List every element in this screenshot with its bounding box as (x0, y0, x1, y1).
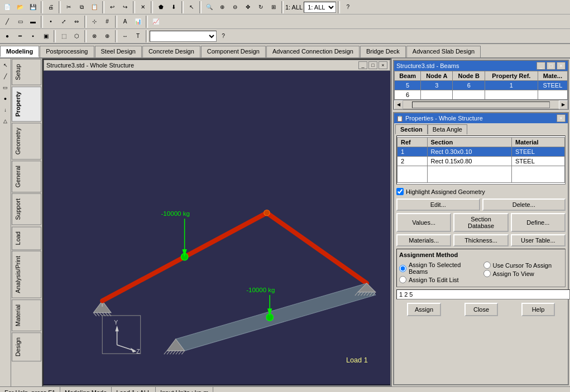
radio-edit[interactable] (399, 276, 406, 283)
results-btn[interactable]: 📈 (150, 16, 162, 28)
solid-select-btn[interactable]: ▣ (40, 30, 52, 42)
vtab-material[interactable]: Material (12, 299, 41, 331)
vtab-general[interactable]: General (12, 161, 41, 192)
load-btn[interactable]: ⬇ (167, 1, 180, 13)
pan-btn[interactable]: ✥ (242, 1, 254, 13)
properties-close[interactable]: × (557, 114, 566, 122)
add-beam-btn[interactable]: ╱ (1, 16, 13, 28)
maximize-btn[interactable]: □ (368, 61, 377, 69)
section-database-btn[interactable]: Section Database (453, 213, 508, 232)
fit-btn[interactable]: ⊞ (267, 1, 280, 13)
help-action-btn[interactable]: Help (521, 303, 555, 316)
vtab-geometry[interactable]: Geometry (12, 123, 41, 159)
delete-btn[interactable]: Delete... (482, 199, 566, 211)
vtab-support[interactable]: Support (12, 193, 41, 225)
vtab-analysis[interactable]: Analysis/Print (12, 251, 41, 298)
minimize-btn[interactable]: _ (358, 61, 367, 69)
vtab-setup[interactable]: Setup (12, 59, 41, 85)
load-tool[interactable]: ↓ (1, 105, 11, 115)
save-btn[interactable]: 💾 (27, 1, 39, 13)
labels-btn[interactable]: A (119, 16, 131, 28)
paste-btn[interactable]: 📋 (88, 1, 100, 13)
view-combo[interactable]: 1: ALL (304, 2, 336, 13)
viewport-canvas[interactable]: -10000 kg -10000 kg Y Z Load 1 (44, 71, 390, 384)
zoomout-btn[interactable]: ⊖ (229, 1, 241, 13)
plate-select-btn[interactable]: ▪ (27, 30, 39, 42)
select-btn[interactable]: ↖ (185, 1, 198, 13)
edit-btn[interactable]: Edit... (396, 199, 480, 211)
cursor-tool[interactable]: ↖ (1, 60, 11, 70)
radio-cursor-input[interactable] (483, 262, 491, 269)
props-row[interactable]: 1 Rect 0.30x0.10 STEEL (397, 147, 565, 157)
print-btn[interactable]: 🖨 (45, 1, 57, 13)
highlight-checkbox[interactable] (396, 188, 404, 195)
close-viewport-btn[interactable]: × (379, 61, 387, 69)
delete-btn[interactable]: ✕ (137, 1, 149, 13)
plate-tool[interactable]: ▭ (1, 83, 11, 93)
tab-steel-design[interactable]: Steel Design (95, 46, 142, 57)
beams-minimize[interactable]: _ (537, 62, 545, 70)
zoom-btn[interactable]: 🔍 (203, 1, 215, 13)
insert-node-btn[interactable]: • (45, 16, 57, 28)
tab-advanced-slab[interactable]: Advanced Slab Design (406, 46, 481, 57)
union-btn[interactable]: ⊕ (101, 30, 113, 42)
support-tool[interactable]: △ (1, 116, 11, 126)
beams-maximize[interactable]: □ (547, 62, 555, 70)
scroll-right[interactable]: ▶ (559, 100, 568, 109)
diagrams-btn[interactable]: 📊 (132, 16, 144, 28)
vtab-design[interactable]: Design (12, 332, 41, 361)
user-table-btn[interactable]: User Table... (511, 234, 566, 246)
radio-view-input[interactable] (483, 270, 491, 277)
radio-selected[interactable] (399, 265, 406, 272)
thickness-btn[interactable]: Thickness... (453, 234, 508, 246)
redo-btn[interactable]: ↪ (119, 1, 131, 13)
snap-combo[interactable] (150, 31, 217, 42)
props-row[interactable]: 2 Rect 0.15x0.80 STEEL (397, 157, 565, 166)
tab-component-design[interactable]: Component Design (201, 46, 266, 57)
intersect-btn[interactable]: ⊗ (88, 30, 100, 42)
scroll-track[interactable] (412, 101, 550, 108)
rotate-btn[interactable]: ↻ (255, 1, 267, 13)
tab-modeling[interactable]: Modeling (0, 46, 39, 57)
assign-btn[interactable]: Assign (407, 303, 441, 316)
table-row[interactable]: 6 (395, 90, 568, 100)
snap-btn[interactable]: ⊹ (88, 16, 100, 28)
define-btn[interactable]: Define... (511, 213, 566, 232)
poly-select-btn[interactable]: ⬡ (70, 30, 83, 42)
values-btn[interactable]: Values... (396, 213, 451, 232)
dimension-btn[interactable]: ↔ (119, 30, 131, 42)
scroll-left[interactable]: ◀ (394, 100, 403, 109)
beams-hscrollbar[interactable]: ◀ ▶ (394, 100, 568, 109)
node-tool[interactable]: ● (1, 94, 11, 104)
snap2-btn[interactable]: ? (217, 30, 229, 42)
grid-btn[interactable]: # (101, 16, 113, 28)
node-select-btn[interactable]: ● (1, 30, 13, 42)
geometry-btn[interactable]: ⬟ (155, 1, 167, 13)
undo-btn[interactable]: ↩ (106, 1, 118, 13)
beam-tool[interactable]: ╱ (1, 71, 11, 81)
vtab-load[interactable]: Load (12, 226, 41, 250)
annotate-btn[interactable]: T (132, 30, 144, 42)
assignment-edit-list[interactable] (396, 289, 570, 299)
table-row[interactable]: 5 3 6 1 STEEL (395, 81, 568, 90)
window-select-btn[interactable]: ⬚ (58, 30, 70, 42)
props-tab-section[interactable]: Section (395, 124, 428, 134)
add-plate-btn[interactable]: ▭ (14, 16, 26, 28)
beams-close[interactable]: × (557, 62, 566, 70)
close-btn[interactable]: Close (464, 303, 498, 316)
add-solid-btn[interactable]: ▬ (27, 16, 39, 28)
beam-select-btn[interactable]: ━ (14, 30, 26, 42)
move-btn[interactable]: ⤢ (58, 16, 70, 28)
new-btn[interactable]: 📄 (1, 1, 13, 13)
tab-postprocessing[interactable]: Postprocessing (40, 46, 94, 57)
open-btn[interactable]: 📂 (14, 1, 26, 13)
mirror-btn[interactable]: ⇔ (70, 16, 83, 28)
help-btn[interactable]: ? (342, 1, 354, 13)
zoomin-btn[interactable]: ⊕ (216, 1, 228, 13)
tab-advanced-connection[interactable]: Advanced Connection Design (266, 46, 360, 57)
vtab-property[interactable]: Property (12, 86, 41, 122)
tab-concrete-design[interactable]: Concrete Design (142, 46, 200, 57)
tab-bridge-deck[interactable]: Bridge Deck (360, 46, 406, 57)
cut-btn[interactable]: ✂ (63, 1, 75, 13)
props-tab-beta[interactable]: Beta Angle (428, 124, 467, 134)
